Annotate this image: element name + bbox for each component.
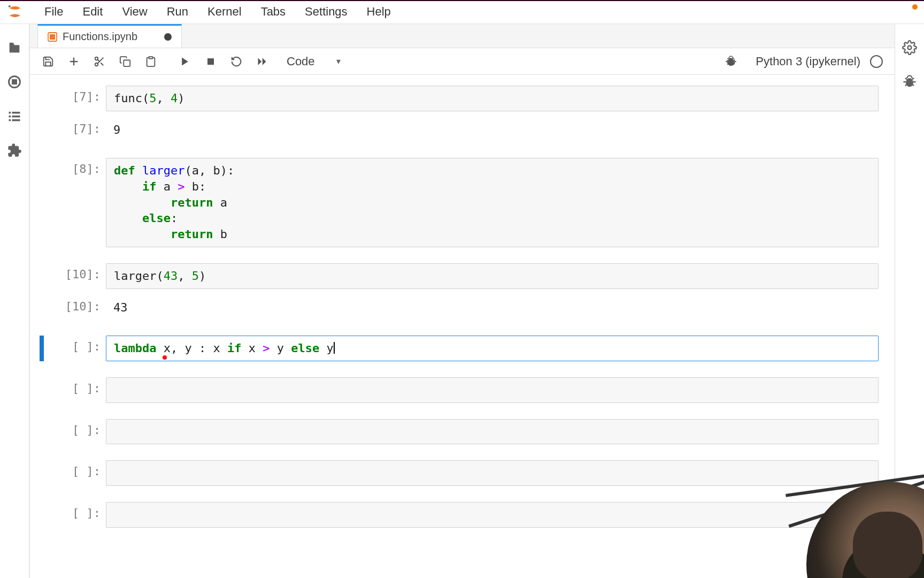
notebook-icon xyxy=(48,32,57,42)
notebook-body[interactable]: [7]: func(5, 4) [7]: 9 [8]: def larger(a… xyxy=(30,75,895,578)
notebook-toolbar: Code ▾ Python 3 (ipykernel) xyxy=(30,48,895,75)
center-panel: Functions.ipynb xyxy=(29,24,895,578)
chevron-down-icon: ▾ xyxy=(336,56,341,66)
cell-prompt: [10]: xyxy=(47,295,106,313)
cell-editor[interactable] xyxy=(106,502,879,528)
svg-rect-18 xyxy=(124,60,130,66)
left-sidebar xyxy=(0,24,29,578)
svg-line-16 xyxy=(101,63,103,65)
cell-prompt: [ ]: xyxy=(47,460,106,478)
menubar: File Edit View Run Kernel Tabs Settings … xyxy=(0,0,924,24)
svg-rect-10 xyxy=(50,34,55,40)
cell-editor[interactable]: def larger(a, b): if a > b: return a els… xyxy=(106,158,879,247)
menu-file[interactable]: File xyxy=(35,2,73,22)
menu-tabs[interactable]: Tabs xyxy=(251,2,295,22)
code-cell[interactable]: [10]: larger(43, 5) xyxy=(40,263,879,289)
kernel-name[interactable]: Python 3 (ipykernel) xyxy=(756,55,860,69)
svg-rect-6 xyxy=(12,116,20,118)
folder-icon[interactable] xyxy=(4,37,25,58)
code-cell[interactable]: [ ]: xyxy=(40,419,879,445)
property-inspector-icon[interactable] xyxy=(899,37,920,58)
cell-prompt: [7]: xyxy=(47,118,106,135)
menu-edit[interactable]: Edit xyxy=(73,2,112,22)
run-button[interactable] xyxy=(173,51,197,72)
output-cell: [7]: 9 xyxy=(40,118,879,142)
running-icon[interactable] xyxy=(4,71,25,93)
tab-dirty-indicator-icon xyxy=(164,33,172,41)
save-button[interactable] xyxy=(36,51,60,72)
svg-rect-4 xyxy=(12,112,20,114)
toc-icon[interactable] xyxy=(4,105,25,127)
cell-type-label: Code xyxy=(287,55,315,69)
cell-prompt: [ ]: xyxy=(47,502,106,520)
svg-marker-22 xyxy=(258,58,262,65)
cell-editor[interactable] xyxy=(106,460,879,486)
svg-rect-19 xyxy=(149,56,152,58)
menu-settings[interactable]: Settings xyxy=(295,2,357,22)
code-cell[interactable]: [ ]: xyxy=(40,460,879,486)
svg-line-17 xyxy=(97,59,99,62)
svg-rect-2 xyxy=(13,80,17,84)
cell-editor[interactable]: larger(43, 5) xyxy=(106,263,879,289)
cell-editor[interactable]: lambda x, y : x if x > y else y xyxy=(106,336,879,361)
svg-rect-8 xyxy=(12,119,20,121)
restart-button[interactable] xyxy=(225,51,248,72)
menu-help[interactable]: Help xyxy=(357,2,401,22)
kernel-status-icon[interactable] xyxy=(870,55,883,68)
code-cell[interactable]: [8]: def larger(a, b): if a > b: return … xyxy=(40,158,879,247)
cell-prompt: [ ]: xyxy=(47,336,106,353)
svg-rect-5 xyxy=(9,116,11,118)
svg-rect-21 xyxy=(207,58,214,65)
menu-kernel[interactable]: Kernel xyxy=(198,2,251,22)
add-cell-button[interactable] xyxy=(62,51,86,72)
cell-output-text: 43 xyxy=(106,295,879,320)
menu-run[interactable]: Run xyxy=(157,2,198,22)
code-cell-active[interactable]: [ ]: lambda x, y : x if x > y else y xyxy=(40,336,879,361)
cell-prompt: [7]: xyxy=(47,86,106,103)
svg-line-30 xyxy=(912,78,914,79)
run-all-button[interactable] xyxy=(250,51,274,72)
cell-prompt: [ ]: xyxy=(47,419,106,437)
cell-output-text: 9 xyxy=(106,118,879,142)
debugger-panel-icon[interactable] xyxy=(899,71,920,93)
cell-editor[interactable]: func(5, 4) xyxy=(106,86,879,111)
svg-marker-20 xyxy=(182,57,188,65)
svg-point-25 xyxy=(908,46,912,50)
svg-line-29 xyxy=(905,78,907,79)
menu-view[interactable]: View xyxy=(112,2,157,22)
svg-point-13 xyxy=(95,57,98,60)
svg-marker-23 xyxy=(263,58,266,65)
code-cell[interactable]: [ ]: xyxy=(40,377,879,403)
svg-rect-7 xyxy=(9,119,11,121)
code-cell[interactable]: [ ]: xyxy=(40,502,879,528)
extensions-icon[interactable] xyxy=(4,140,25,161)
output-cell: [10]: 43 xyxy=(40,295,879,320)
svg-rect-3 xyxy=(9,112,11,114)
jupyter-logo-icon xyxy=(5,3,24,21)
cell-editor[interactable] xyxy=(106,419,879,445)
cut-button[interactable] xyxy=(88,51,111,72)
tab-title: Functions.ipynb xyxy=(63,31,137,43)
svg-point-14 xyxy=(95,63,98,66)
cell-prompt: [ ]: xyxy=(47,377,106,395)
copy-button[interactable] xyxy=(113,51,137,72)
code-cell[interactable]: [7]: func(5, 4) xyxy=(40,86,879,111)
cell-type-select[interactable]: Code ▾ xyxy=(280,52,347,71)
tab-functions-notebook[interactable]: Functions.ipynb xyxy=(37,24,182,48)
stop-button[interactable] xyxy=(199,51,222,72)
debugger-button[interactable] xyxy=(719,51,743,72)
paste-button[interactable] xyxy=(139,51,163,72)
cell-prompt: [10]: xyxy=(47,263,106,281)
svg-point-24 xyxy=(728,58,734,66)
svg-line-31 xyxy=(905,85,907,86)
tab-bar: Functions.ipynb xyxy=(30,24,895,48)
svg-point-0 xyxy=(8,5,10,7)
cell-editor[interactable] xyxy=(106,377,879,403)
cell-prompt: [8]: xyxy=(47,158,106,176)
notification-dot-icon xyxy=(912,4,918,10)
svg-line-32 xyxy=(912,85,914,86)
